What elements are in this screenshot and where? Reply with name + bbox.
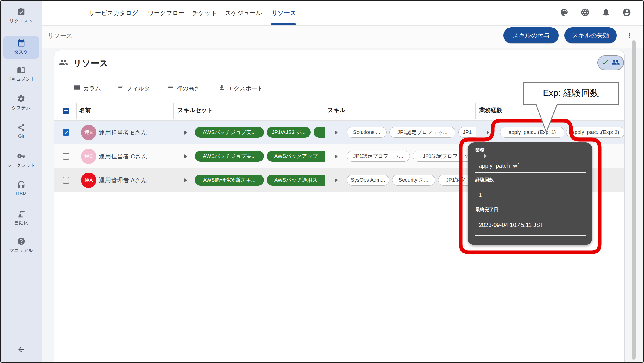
clipboard-check-icon	[17, 12, 26, 17]
skill-chip[interactable]: SysOps Adm...	[347, 175, 389, 186]
sidebar-label: 自動化	[1, 220, 42, 226]
calendar-icon	[17, 43, 26, 48]
resource-name: 運用担当者 Bさん	[99, 121, 147, 144]
row-height-button[interactable]: 行の高さ	[167, 84, 200, 93]
breadcrumb: リソース	[48, 26, 72, 48]
sidebar-item-manual[interactable]: マニュアル	[1, 237, 42, 254]
sidebar-label: タスク	[3, 49, 39, 55]
account-icon[interactable]	[622, 8, 631, 17]
row-checkbox[interactable]	[63, 153, 69, 160]
key-icon	[17, 156, 26, 161]
skillset-chip[interactable]: JP1/AJS3 ジ...	[267, 127, 311, 138]
filter-button[interactable]: フィルタ	[117, 84, 150, 93]
expander-icon[interactable]	[335, 178, 338, 182]
sidebar-item-automation[interactable]: 自動化	[1, 209, 42, 226]
tooltip-divider	[475, 202, 586, 202]
skillset-chip[interactable]: AWSバッチジョブ実...	[195, 151, 264, 162]
headset-icon	[17, 185, 26, 190]
people-icon	[611, 58, 620, 68]
header-experience[interactable]: 業務経験	[479, 106, 502, 114]
expander-icon[interactable]	[335, 131, 338, 135]
header-skillset[interactable]: スキルセット	[178, 106, 213, 114]
skillset-chip[interactable]	[314, 127, 325, 138]
sidebar-label: シークレット	[1, 163, 42, 169]
row-checkbox[interactable]	[63, 129, 69, 136]
export-button[interactable]: エクスポート	[218, 84, 263, 93]
header-name[interactable]: 名前	[79, 106, 91, 114]
tab-schedule[interactable]: スケジュール	[225, 1, 262, 25]
grant-skill-button[interactable]: スキルの付与	[503, 27, 559, 43]
column-divider	[173, 103, 174, 119]
sidebar-label: ITSM	[1, 191, 42, 196]
revoke-skill-button[interactable]: スキルの失効	[564, 27, 617, 43]
tab-resource[interactable]: リソース	[272, 1, 296, 25]
expander-icon[interactable]	[184, 178, 187, 182]
tab-workflow[interactable]: ワークフロー	[148, 1, 184, 25]
help-icon	[17, 242, 26, 247]
arrow-left-icon	[17, 350, 26, 355]
download-icon	[218, 84, 225, 93]
column-divider	[76, 103, 77, 119]
sidebar-item-request[interactable]: リクエスト	[1, 7, 42, 24]
skill-chip[interactable]: JP1認定プロフェッ...	[389, 127, 455, 138]
app-window: リクエスト タスク ドキュメント システム Git シークレット ITSM 自	[0, 0, 644, 363]
skill-chip[interactable]: JP1認定プロフェッ...	[347, 151, 410, 162]
avatar: 運B	[81, 125, 96, 140]
row-height-icon	[167, 84, 174, 93]
skillset-chip[interactable]: AWSパッチ適用ス	[267, 175, 325, 186]
sidebar-label: リクエスト	[1, 18, 42, 24]
tab-service-catalog[interactable]: サービスカタログ	[89, 1, 138, 25]
tooltip-value: 2023-09-04 10:45:11 JST	[479, 222, 543, 228]
bell-icon[interactable]	[601, 8, 611, 17]
skillset-chip[interactable]: AWS脆弱性診断スキ...	[195, 175, 264, 186]
header-skill[interactable]: スキル	[328, 106, 345, 114]
tab-ticket[interactable]: チケット	[192, 1, 217, 25]
expander-icon[interactable]	[487, 131, 489, 135]
sidebar-item-secret[interactable]: シークレット	[1, 152, 42, 169]
experience-chip[interactable]: apply_patc...(Exp: 2)	[566, 127, 624, 138]
filter-icon	[117, 84, 124, 93]
palette-icon[interactable]	[560, 8, 569, 17]
expander-icon[interactable]	[184, 154, 187, 158]
columns-button[interactable]: カラム	[74, 84, 101, 93]
book-icon	[17, 70, 26, 75]
sidebar-collapse-button[interactable]	[1, 345, 42, 355]
globe-icon[interactable]	[580, 8, 590, 17]
select-all-checkbox[interactable]	[63, 108, 69, 114]
gear-icon	[17, 99, 26, 104]
table-row[interactable]: 運B 運用担当者 Bさん AWSバッチジョブ実... JP1/AJS3 ジ...…	[54, 121, 624, 144]
active-tab-underline	[271, 23, 296, 25]
share-icon	[17, 128, 26, 133]
tooltip-label: 業務	[475, 147, 485, 153]
column-divider	[324, 103, 324, 119]
tooltip-value: 1	[479, 192, 482, 198]
row-checkbox[interactable]	[63, 177, 69, 184]
tooltip-value: apply_patch_wf	[479, 163, 519, 169]
sidebar-item-document[interactable]: ドキュメント	[1, 66, 42, 82]
columns-label: カラム	[83, 85, 101, 92]
vertical-scrollbar[interactable]	[632, 40, 636, 360]
sidebar-item-task[interactable]: タスク	[3, 36, 39, 59]
expander-icon[interactable]	[484, 154, 487, 158]
experience-chip[interactable]: apply_patc...(Exp: 1)	[500, 127, 564, 138]
skill-chip[interactable]: Solutions ...	[347, 127, 387, 138]
sidebar-item-itsm[interactable]: ITSM	[1, 181, 42, 196]
top-navigation: サービスカタログ ワークフロー チケット スケジュール リソース	[42, 1, 644, 26]
skillset-chip[interactable]: AWSバッチジョブ実...	[195, 127, 264, 138]
skill-chip[interactable]: JP1	[458, 127, 476, 138]
skillset-chip[interactable]: AWSバックアップ	[267, 151, 325, 162]
filter-label: フィルタ	[126, 85, 150, 92]
expander-icon[interactable]	[184, 131, 187, 135]
check-icon	[601, 58, 609, 67]
row-height-label: 行の高さ	[177, 85, 200, 92]
show-selected-toggle[interactable]	[597, 55, 624, 70]
sidebar-item-git[interactable]: Git	[1, 123, 42, 139]
tooltip-label: 経験回数	[475, 177, 494, 183]
expander-icon[interactable]	[335, 154, 338, 158]
sidebar-item-system[interactable]: システム	[1, 94, 42, 111]
skill-chip[interactable]: Security ス...	[392, 175, 435, 186]
avatar: 運A	[81, 173, 96, 188]
sidebar-label: システム	[1, 105, 42, 111]
page-bar: リソース スキルの付与 スキルの失効	[42, 26, 644, 48]
sidebar-label: Git	[1, 134, 42, 139]
